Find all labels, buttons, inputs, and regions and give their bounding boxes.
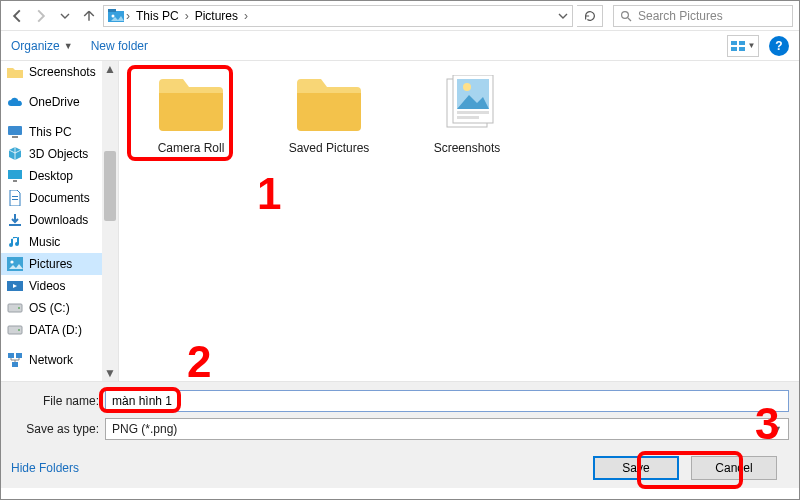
- disk-icon: [7, 300, 23, 316]
- filename-label: File name:: [11, 394, 105, 408]
- sidebar-item[interactable]: OneDrive: [1, 91, 118, 113]
- svg-rect-9: [8, 126, 22, 135]
- folder-item[interactable]: Screenshots: [417, 75, 517, 155]
- sidebar-item-label: Screenshots: [29, 65, 96, 79]
- download-icon: [7, 212, 23, 228]
- svg-rect-11: [8, 170, 22, 179]
- svg-rect-14: [12, 199, 18, 200]
- sidebar-item-label: Pictures: [29, 257, 72, 271]
- cancel-button[interactable]: Cancel: [691, 456, 777, 480]
- svg-rect-15: [9, 224, 21, 226]
- sidebar-item-label: Desktop: [29, 169, 73, 183]
- sidebar-item[interactable]: Desktop: [1, 165, 118, 187]
- search-input[interactable]: Search Pictures: [613, 5, 793, 27]
- svg-rect-25: [12, 362, 18, 367]
- scroll-thumb[interactable]: [104, 151, 116, 221]
- organize-label: Organize: [11, 39, 60, 53]
- svg-point-20: [18, 307, 20, 309]
- cloud-icon: [7, 94, 23, 110]
- svg-point-22: [18, 329, 20, 331]
- folder-label: Saved Pictures: [279, 141, 379, 155]
- chevron-down-icon: ▼: [748, 41, 756, 50]
- svg-rect-12: [13, 180, 17, 182]
- sidebar-item-label: Network: [29, 353, 73, 367]
- scroll-up-icon[interactable]: ▲: [102, 61, 118, 77]
- chevron-down-icon: ▼: [64, 41, 73, 51]
- sidebar-item-label: Music: [29, 235, 60, 249]
- view-options-button[interactable]: ▼: [727, 35, 759, 57]
- content-pane[interactable]: Camera Roll Saved Pictures Screenshots: [119, 61, 799, 381]
- svg-point-29: [463, 83, 471, 91]
- refresh-button[interactable]: [577, 5, 603, 27]
- sidebar-item[interactable]: 3D Objects: [1, 143, 118, 165]
- network-icon: [7, 352, 23, 368]
- disk-icon: [7, 322, 23, 338]
- sidebar: ScreenshotsOneDriveThis PC3D ObjectsDesk…: [1, 61, 119, 381]
- svg-rect-23: [8, 353, 14, 358]
- music-icon: [7, 234, 23, 250]
- sidebar-item-label: DATA (D:): [29, 323, 82, 337]
- sidebar-item-label: 3D Objects: [29, 147, 88, 161]
- folder-label: Camera Roll: [141, 141, 241, 155]
- svg-line-4: [628, 18, 631, 21]
- new-folder-button[interactable]: New folder: [91, 39, 148, 53]
- sidebar-item[interactable]: Downloads: [1, 209, 118, 231]
- chevron-down-icon[interactable]: [558, 11, 568, 21]
- sidebar-item[interactable]: DATA (D:): [1, 319, 118, 341]
- help-button[interactable]: ?: [769, 36, 789, 56]
- sidebar-scrollbar[interactable]: ▲ ▼: [102, 61, 118, 381]
- chevron-down-icon: ▼: [773, 424, 782, 434]
- sidebar-item[interactable]: Pictures: [1, 253, 118, 275]
- search-icon: [620, 10, 632, 22]
- organize-button[interactable]: Organize ▼: [11, 39, 73, 53]
- scroll-down-icon[interactable]: ▼: [102, 365, 118, 381]
- svg-rect-5: [731, 41, 737, 45]
- svg-rect-30: [457, 111, 489, 114]
- sidebar-item[interactable]: Documents: [1, 187, 118, 209]
- pictures-icon: [108, 8, 124, 24]
- thumbnails-icon: [431, 75, 503, 133]
- chevron-right-icon: ›: [244, 9, 248, 23]
- svg-rect-31: [457, 116, 479, 119]
- sidebar-item-label: OS (C:): [29, 301, 70, 315]
- doc-icon: [7, 190, 23, 206]
- breadcrumb-segment[interactable]: This PC: [132, 9, 183, 23]
- hide-folders-button[interactable]: Hide Folders: [11, 461, 79, 475]
- save-button[interactable]: Save: [593, 456, 679, 480]
- sidebar-item-label: Downloads: [29, 213, 88, 227]
- folder-label: Screenshots: [417, 141, 517, 155]
- search-placeholder: Search Pictures: [638, 9, 723, 23]
- cube-icon: [7, 146, 23, 162]
- sidebar-item-label: OneDrive: [29, 95, 80, 109]
- sidebar-item[interactable]: OS (C:): [1, 297, 118, 319]
- sidebar-item[interactable]: Videos: [1, 275, 118, 297]
- nav-forward-button[interactable]: [31, 4, 51, 28]
- sidebar-item[interactable]: Screenshots: [1, 61, 118, 83]
- folder-icon: [7, 64, 23, 80]
- svg-rect-1: [108, 9, 116, 12]
- toolbar: Organize ▼ New folder ▼ ?: [1, 31, 799, 61]
- filename-input[interactable]: [105, 390, 789, 412]
- desktop-icon: [7, 168, 23, 184]
- sidebar-item[interactable]: Network: [1, 349, 118, 371]
- nav-up-button[interactable]: [79, 4, 99, 28]
- video-icon: [7, 278, 23, 294]
- svg-rect-24: [16, 353, 22, 358]
- breadcrumb-segment[interactable]: Pictures: [191, 9, 242, 23]
- sidebar-item-label: This PC: [29, 125, 72, 139]
- sidebar-item[interactable]: Music: [1, 231, 118, 253]
- sidebar-item[interactable]: This PC: [1, 121, 118, 143]
- folder-item[interactable]: Saved Pictures: [279, 75, 379, 155]
- main-area: ScreenshotsOneDriveThis PC3D ObjectsDesk…: [1, 61, 799, 381]
- bottom-panel: File name: Save as type: PNG (*.png) ▼ H…: [1, 381, 799, 488]
- svg-rect-10: [12, 136, 18, 138]
- folder-item[interactable]: Camera Roll: [141, 75, 241, 155]
- address-bar: › This PC › Pictures › Search Pictures: [1, 1, 799, 31]
- folder-icon: [293, 75, 365, 133]
- svg-rect-13: [12, 196, 18, 197]
- svg-rect-6: [739, 41, 745, 45]
- nav-back-button[interactable]: [7, 4, 27, 28]
- filetype-dropdown[interactable]: PNG (*.png) ▼: [105, 418, 789, 440]
- breadcrumb[interactable]: › This PC › Pictures ›: [103, 5, 573, 27]
- recent-locations-button[interactable]: [55, 4, 75, 28]
